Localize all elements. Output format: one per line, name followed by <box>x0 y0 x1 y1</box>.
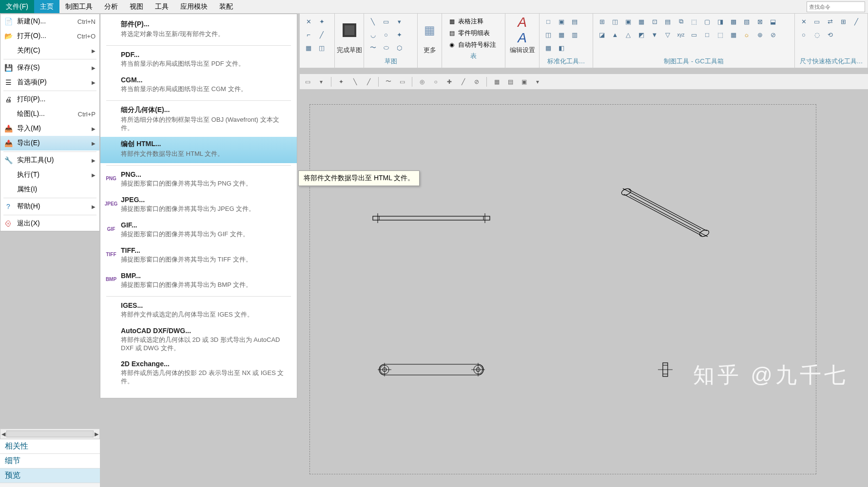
more-button[interactable]: ▦ <box>418 16 442 45</box>
file-print[interactable]: 🖨打印(P)... <box>0 92 99 107</box>
st-dropdown-icon[interactable]: ▾ <box>315 76 327 88</box>
dim7-icon[interactable]: ◌ <box>811 29 823 40</box>
tool-f-icon[interactable]: ▥ <box>569 29 580 40</box>
tool-c-icon[interactable]: ▤ <box>569 16 580 27</box>
dim4-icon[interactable]: ⊞ <box>837 16 849 27</box>
st10-icon[interactable]: ╱ <box>457 76 469 88</box>
gc10-icon[interactable]: ◨ <box>714 16 726 27</box>
gc21-icon[interactable]: xyz <box>675 29 687 40</box>
ellipse-icon[interactable]: ⬭ <box>380 42 392 54</box>
gc26-icon[interactable]: ☼ <box>741 29 752 40</box>
table-note-button[interactable]: ▦表格注释 <box>445 16 502 27</box>
gc16-icon[interactable]: ▲ <box>609 29 621 40</box>
export-subdiv[interactable]: 细分几何体(E)...将所选细分体的控制框架导出至 OBJ (Wavefront… <box>100 103 297 137</box>
drawing-canvas[interactable] <box>300 90 868 487</box>
dim8-icon[interactable]: ⟲ <box>824 29 836 40</box>
st9-icon[interactable]: ✚ <box>444 76 455 88</box>
gc18-icon[interactable]: ◩ <box>636 29 647 40</box>
export-gif[interactable]: GIFGIF...捕捉图形窗口的图像并将其导出为 GIF 文件。 <box>100 218 297 244</box>
gc7-icon[interactable]: ⧉ <box>675 16 687 27</box>
file-utilities[interactable]: 🔧实用工具(U)▶ <box>0 153 99 168</box>
polygon-icon[interactable]: ⬡ <box>393 42 405 54</box>
file-help[interactable]: ?帮助(H)▶ <box>0 199 99 214</box>
file-execute[interactable]: 执行(T)▶ <box>0 168 99 182</box>
dim1-icon[interactable]: ✕ <box>798 16 810 27</box>
file-new[interactable]: 📄新建(N)...Ctrl+N <box>0 14 99 29</box>
file-plot[interactable]: 绘图(L)...Ctrl+P <box>0 107 99 121</box>
mirror-icon[interactable]: ◫ <box>316 42 328 54</box>
export-cgm[interactable]: CGM...将当前显示的布局或图纸导出至 CGM 文件。 <box>100 73 297 98</box>
tool-a-icon[interactable]: □ <box>542 16 554 27</box>
file-import[interactable]: 📥导入(M)▶ <box>0 121 99 136</box>
menu-apps[interactable]: 应用模块 <box>174 0 213 13</box>
st14-icon[interactable]: ▣ <box>518 76 530 88</box>
export-2d-exchange[interactable]: 2D Exchange...将部件或所选几何体的投影 2D 表示导出至 NX 或… <box>100 357 297 391</box>
scroll-right-arrow[interactable]: ▶ <box>95 431 98 437</box>
export-jpeg[interactable]: JPEGJPEG...捕捉图形窗口的图像并将其导出为 JPEG 文件。 <box>100 193 297 218</box>
gc20-icon[interactable]: ▽ <box>662 29 674 40</box>
point-icon[interactable]: ✦ <box>393 29 405 40</box>
st8-icon[interactable]: ○ <box>430 76 442 88</box>
gc12-icon[interactable]: ▧ <box>741 16 752 27</box>
st6-icon[interactable]: ▭ <box>396 76 408 88</box>
dim6-icon[interactable]: ○ <box>798 29 810 40</box>
file-preferences[interactable]: ☰首选项(P)▶ <box>0 75 99 90</box>
scroll-left-arrow[interactable]: ◀ <box>1 431 5 437</box>
auto-balloon-button[interactable]: ◉自动符号标注 <box>445 39 502 51</box>
trim-icon[interactable]: ╱ <box>316 29 328 40</box>
gc25-icon[interactable]: ▦ <box>728 29 739 40</box>
dropdown-icon[interactable]: ▾ <box>393 16 405 27</box>
gc28-icon[interactable]: ⊘ <box>767 29 779 40</box>
st5-icon[interactable]: 〜 <box>383 76 394 88</box>
gc2-icon[interactable]: ◫ <box>609 16 621 27</box>
st7-icon[interactable]: ◎ <box>416 76 428 88</box>
export-html[interactable]: 编创 HTML...将部件文件数据导出至 HTML 文件。 <box>100 137 297 163</box>
file-properties[interactable]: 属性(I) <box>0 182 99 197</box>
gc5-icon[interactable]: ⊡ <box>649 16 660 27</box>
st4-icon[interactable]: ╱ <box>363 76 374 88</box>
st12-icon[interactable]: ▦ <box>491 76 502 88</box>
gc23-icon[interactable]: □ <box>701 29 713 40</box>
dim3-icon[interactable]: ⇄ <box>824 16 836 27</box>
tool-g-icon[interactable]: ▩ <box>542 42 554 54</box>
gc6-icon[interactable]: ▤ <box>662 16 674 27</box>
gc1-icon[interactable]: ⊞ <box>596 16 608 27</box>
corner-icon[interactable]: ⌐ <box>303 29 314 40</box>
horizontal-scrollbar[interactable]: ◀ ▶ <box>0 429 100 439</box>
tool-e-icon[interactable]: ▦ <box>556 29 567 40</box>
settings-icon[interactable]: ✦ <box>316 16 328 27</box>
line-icon[interactable]: ╲ <box>367 16 379 27</box>
finish-sketch-button[interactable] <box>337 16 362 45</box>
tool-b-icon[interactable]: ▣ <box>556 16 567 27</box>
menu-home[interactable]: 主页 <box>34 0 59 13</box>
menu-tools[interactable]: 工具 <box>149 0 174 13</box>
parts-list-button[interactable]: ▤零件明细表 <box>445 27 502 39</box>
dim5-icon[interactable]: ╱ <box>850 16 862 27</box>
st13-icon[interactable]: ▤ <box>504 76 516 88</box>
gc11-icon[interactable]: ▩ <box>728 16 739 27</box>
gc19-icon[interactable]: ▼ <box>649 29 660 40</box>
st2-icon[interactable]: ✦ <box>335 76 347 88</box>
gc4-icon[interactable]: ▦ <box>636 16 647 27</box>
command-search-input[interactable] <box>807 1 865 12</box>
menu-assembly[interactable]: 装配 <box>213 0 239 13</box>
st15-icon[interactable]: ▾ <box>532 76 543 88</box>
export-pdf[interactable]: PDF...将当前显示的布局或图纸导出至 PDF 文件。 <box>100 48 297 73</box>
arc-icon[interactable]: ◡ <box>367 29 379 40</box>
file-close[interactable]: 关闭(C)▶ <box>0 43 99 58</box>
edit-settings-button[interactable]: AA <box>510 16 535 45</box>
file-save[interactable]: 💾保存(S)▶ <box>0 60 99 75</box>
rect-icon[interactable]: ▭ <box>380 16 392 27</box>
circle-icon[interactable]: ○ <box>380 29 392 40</box>
tool-h-icon[interactable]: ◧ <box>556 42 567 54</box>
file-exit[interactable]: ⮾退出(X) <box>0 216 99 231</box>
tool-d-icon[interactable]: ◫ <box>542 29 554 40</box>
st3-icon[interactable]: ╲ <box>349 76 361 88</box>
tab-relevance[interactable]: 相关性 <box>0 439 100 454</box>
export-png[interactable]: PNGPNG...捕捉图形窗口的图像并将其导出为 PNG 文件。 <box>100 168 297 193</box>
gc15-icon[interactable]: ◪ <box>596 29 608 40</box>
menu-drafting[interactable]: 制图工具 <box>59 0 98 13</box>
file-export[interactable]: 📤导出(E)▶ <box>0 136 99 150</box>
export-bmp[interactable]: BMPBMP...捕捉图形窗口的图像并将其导出为 BMP 文件。 <box>100 269 297 294</box>
export-tiff[interactable]: TIFFTIFF...捕捉图形窗口的图像并将其导出为 TIFF 文件。 <box>100 244 297 269</box>
